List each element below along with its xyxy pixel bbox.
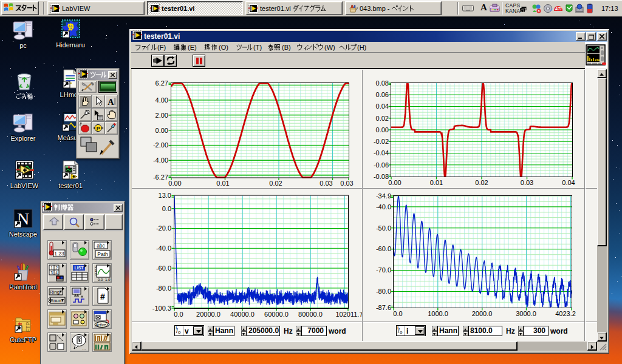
svg-text:A: A	[108, 96, 114, 106]
svg-text:0.00: 0.00	[156, 127, 168, 134]
svg-text:...: ...	[82, 345, 86, 351]
svg-text:0.02: 0.02	[269, 180, 282, 187]
svg-text:LIST: LIST	[74, 266, 84, 270]
svg-text:4: 4	[55, 271, 58, 275]
svg-text:0.04: 0.04	[562, 179, 575, 186]
svg-text:#: #	[100, 292, 105, 302]
svg-text:4.00: 4.00	[156, 96, 168, 104]
svg-text:0.0: 0.0	[393, 310, 402, 317]
svg-text:0.00: 0.00	[376, 126, 389, 133]
svg-text:2000.0: 2000.0	[472, 310, 493, 317]
svg-text:-20.0: -20.0	[156, 224, 171, 232]
svg-text:0.0: 0.0	[162, 205, 171, 212]
svg-text:20000.0: 20000.0	[196, 311, 220, 318]
svg-text:80000.0: 80000.0	[298, 311, 323, 318]
svg-text:-100.3: -100.3	[152, 305, 171, 312]
svg-text:0.03: 0.03	[521, 179, 533, 186]
svg-text:abc: abc	[97, 243, 105, 249]
svg-text:ATI: ATI	[555, 7, 562, 11]
svg-text:0.04: 0.04	[376, 103, 389, 110]
svg-text:0.03: 0.03	[320, 180, 332, 187]
svg-text:-0.06: -0.06	[374, 161, 389, 169]
svg-text:0.02: 0.02	[376, 115, 389, 122]
svg-text:4023.2: 4023.2	[555, 310, 576, 317]
svg-text:1000.0: 1000.0	[428, 310, 448, 317]
svg-text:13.0: 13.0	[159, 192, 171, 199]
svg-text:40000.0: 40000.0	[230, 311, 255, 318]
svg-text:Path: Path	[97, 251, 108, 257]
svg-text:-70.0: -70.0	[376, 266, 391, 274]
svg-text:-60.0: -60.0	[156, 265, 171, 272]
svg-text:-2.00: -2.00	[153, 141, 168, 149]
svg-text:-80.0: -80.0	[156, 285, 171, 292]
svg-text:2.00: 2.00	[156, 112, 168, 119]
svg-text:0.00: 0.00	[168, 180, 181, 187]
svg-text:1.23: 1.23	[54, 251, 64, 257]
svg-text:0.0: 0.0	[98, 278, 103, 281]
svg-text:0.00: 0.00	[388, 179, 401, 186]
svg-text:P: P	[97, 125, 100, 131]
svg-text:Enum: Enum	[50, 298, 63, 303]
svg-text:60000.0: 60000.0	[264, 311, 289, 318]
svg-text:0.02: 0.02	[475, 179, 488, 186]
svg-text:-40.0: -40.0	[156, 244, 171, 252]
svg-text:1.0: 1.0	[105, 278, 111, 281]
svg-text:-34.9: -34.9	[376, 192, 391, 200]
svg-text:-0.02: -0.02	[374, 138, 389, 145]
svg-text:-6.27: -6.27	[153, 174, 168, 181]
svg-text:0.08: 0.08	[376, 79, 389, 87]
svg-text:2: 2	[55, 266, 58, 270]
svg-text:0.01: 0.01	[430, 179, 443, 186]
svg-text:102011.7: 102011.7	[335, 311, 363, 318]
svg-text:-87.6: -87.6	[376, 304, 391, 311]
svg-text:0.06: 0.06	[376, 91, 389, 98]
svg-text:0.0: 0.0	[174, 311, 183, 318]
svg-text:0.03: 0.03	[340, 180, 353, 187]
svg-text:ActiveX: ActiveX	[95, 323, 109, 327]
svg-text:-4.00: -4.00	[153, 157, 168, 164]
svg-text:3000.0: 3000.0	[516, 310, 536, 317]
svg-text:3: 3	[50, 271, 53, 275]
svg-text:6.27: 6.27	[156, 79, 168, 87]
svg-text:-50.0: -50.0	[376, 224, 391, 232]
svg-text:Ring: Ring	[50, 289, 60, 295]
svg-text:-0.04: -0.04	[374, 149, 389, 157]
svg-text:1: 1	[50, 266, 53, 270]
svg-text:-0.08: -0.08	[374, 173, 389, 180]
svg-text:0.01: 0.01	[216, 180, 229, 187]
svg-text:FTP: FTP	[25, 322, 31, 332]
svg-text:-60.0: -60.0	[376, 245, 391, 252]
svg-text:-80.0: -80.0	[376, 288, 391, 295]
svg-text:-40.0: -40.0	[376, 203, 391, 211]
